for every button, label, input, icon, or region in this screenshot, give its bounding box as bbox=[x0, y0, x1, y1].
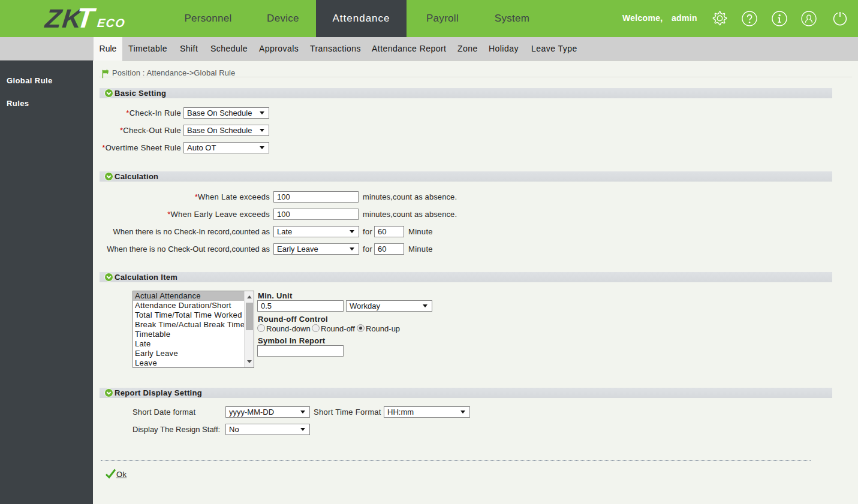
svg-text:T: T bbox=[75, 5, 98, 33]
svg-text:ECO: ECO bbox=[97, 16, 126, 29]
